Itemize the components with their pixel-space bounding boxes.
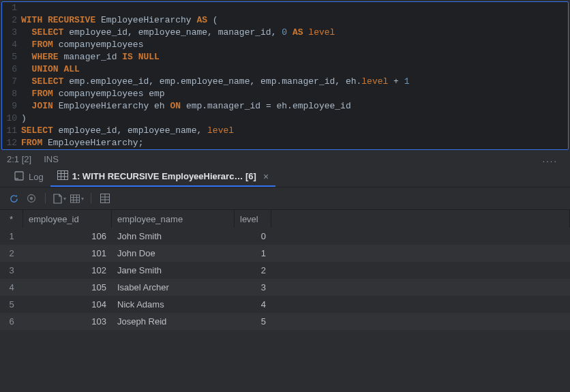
line-number: 1 [2,2,21,14]
sql-editor[interactable]: 12WITH RECURSIVE EmployeeHierarchy AS (3… [1,1,569,150]
cell-empty [271,228,570,245]
cell-empty [271,296,570,313]
stop-button[interactable] [25,192,38,205]
cell-employee-name[interactable]: John Smith [112,228,235,245]
code-line[interactable]: 10) [2,112,568,125]
cell-level[interactable]: 5 [235,313,271,330]
cell-level[interactable]: 3 [235,279,271,296]
column-header-employee-id[interactable]: employee_id [23,210,112,228]
code-line[interactable]: 9 JOIN EmployeeHierarchy eh ON emp.manag… [2,100,568,112]
cell-empty [271,313,570,330]
result-tabs: Log 1: WITH RECURSIVE EmployeeHierarc… [… [0,167,570,187]
cell-employee-name[interactable]: Nick Adams [112,296,235,313]
table-row[interactable]: 5104Nick Adams4 [0,296,570,313]
cell-level[interactable]: 0 [235,228,271,245]
code-line[interactable]: 12FROM EmployeeHierarchy; [2,137,568,149]
code-line[interactable]: 1 [2,2,568,14]
columns-icon[interactable] [98,192,112,205]
cursor-position: 2:1 [2] [7,154,31,164]
refresh-button[interactable] [7,192,20,205]
cell-level[interactable]: 2 [235,262,271,279]
table-row[interactable]: 3102Jane Smith2 [0,262,570,279]
line-number: 8 [2,88,21,100]
query-result-tab[interactable]: 1: WITH RECURSIVE EmployeeHierarc… [6] × [50,167,275,187]
table-icon [57,170,68,182]
log-tab-label: Log [29,172,44,182]
cell-employee-name[interactable]: Jane Smith [112,262,235,279]
status-bar: 2:1 [2] INS .... [0,151,570,167]
insert-mode: INS [44,154,59,164]
results-table[interactable]: * employee_id employee_name level 1106Jo… [0,210,570,330]
log-icon [14,170,25,183]
table-header-row: * employee_id employee_name level [0,210,570,228]
line-number: 4 [2,39,21,51]
cell-employee-id[interactable]: 104 [23,296,112,313]
code-content[interactable]: ) [21,112,27,125]
code-content[interactable]: FROM companyemployees [21,39,143,51]
line-number: 6 [2,63,21,76]
column-header-level[interactable]: level [235,210,271,228]
code-content[interactable]: SELECT employee_id, employee_name, level [21,125,234,137]
more-icon[interactable]: .... [543,154,558,164]
code-line[interactable]: 5 WHERE manager_id IS NULL [2,51,568,63]
line-number: 11 [2,125,21,137]
toolbar-separator [91,193,91,204]
table-row[interactable]: 2101John Doe1 [0,245,570,262]
code-line[interactable]: 6 UNION ALL [2,63,568,76]
cell-employee-id[interactable]: 105 [23,279,112,296]
row-number: 4 [0,279,23,296]
line-number: 10 [2,112,21,125]
code-content[interactable]: SELECT employee_id, employee_name, manag… [21,27,335,39]
line-number: 9 [2,100,21,112]
index-header[interactable]: * [0,210,23,228]
code-line[interactable]: 7 SELECT emp.employee_id, emp.employee_n… [2,76,568,88]
results-toolbar [0,187,570,210]
code-content[interactable]: UNION ALL [21,63,80,76]
query-result-tab-label: 1: WITH RECURSIVE EmployeeHierarc… [6] [72,171,256,181]
column-header-empty [271,210,570,228]
code-line[interactable]: 8 FROM companyemployees emp [2,88,568,100]
code-content[interactable]: JOIN EmployeeHierarchy eh ON emp.manager… [21,100,351,112]
code-line[interactable]: 2WITH RECURSIVE EmployeeHierarchy AS ( [2,14,568,27]
code-content[interactable]: FROM companyemployees emp [21,88,165,100]
code-content[interactable]: WHERE manager_id IS NULL [21,51,160,63]
svg-rect-2 [57,171,68,180]
line-number: 3 [2,27,21,39]
close-icon[interactable]: × [263,171,269,182]
code-content[interactable]: FROM EmployeeHierarchy; [21,137,143,149]
toolbar-separator [45,193,46,204]
table-row[interactable]: 6103Joseph Reid5 [0,313,570,330]
cell-employee-id[interactable]: 106 [23,228,112,245]
line-number: 2 [2,14,21,27]
cell-level[interactable]: 1 [235,245,271,262]
cell-empty [271,262,570,279]
cell-employee-id[interactable]: 103 [23,313,112,330]
code-line[interactable]: 3 SELECT employee_id, employee_name, man… [2,27,568,39]
svg-rect-9 [70,194,79,202]
row-number: 2 [0,245,23,262]
cell-employee-id[interactable]: 101 [23,245,112,262]
cell-employee-name[interactable]: Joseph Reid [112,313,235,330]
grid-icon[interactable] [70,192,84,205]
cell-level[interactable]: 4 [235,296,271,313]
row-number: 3 [0,262,23,279]
line-number: 12 [2,137,21,149]
svg-point-8 [30,197,33,200]
cell-empty [271,279,570,296]
code-content[interactable]: WITH RECURSIVE EmployeeHierarchy AS ( [21,14,218,27]
cell-employee-name[interactable]: Isabel Archer [112,279,235,296]
code-line[interactable]: 11SELECT employee_id, employee_name, lev… [2,125,568,137]
cell-employee-id[interactable]: 102 [23,262,112,279]
page-icon[interactable] [52,192,66,205]
column-header-employee-name[interactable]: employee_name [112,210,235,228]
table-row[interactable]: 4105Isabel Archer3 [0,279,570,296]
cell-empty [271,245,570,262]
code-line[interactable]: 4 FROM companyemployees [2,39,568,51]
row-number: 6 [0,313,23,330]
cell-employee-name[interactable]: John Doe [112,245,235,262]
table-row[interactable]: 1106John Smith0 [0,228,570,245]
line-number: 5 [2,51,21,63]
line-number: 7 [2,76,21,88]
code-content[interactable]: SELECT emp.employee_id, emp.employee_nam… [21,76,410,88]
log-tab[interactable]: Log [7,167,50,187]
